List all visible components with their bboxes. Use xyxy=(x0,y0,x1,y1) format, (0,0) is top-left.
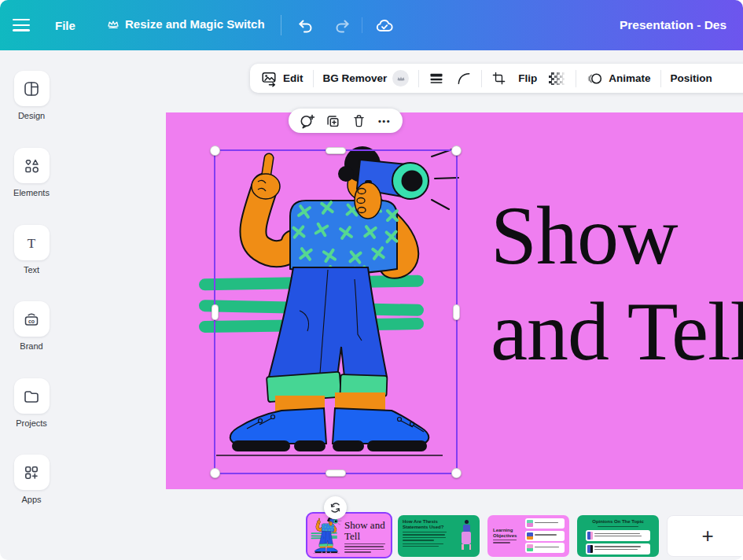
edit-label: Edit xyxy=(283,72,303,84)
position-button[interactable]: Position xyxy=(668,72,715,84)
resize-handle-left[interactable] xyxy=(211,304,219,320)
plus-icon: + xyxy=(701,524,713,548)
sync-rotate-icon[interactable] xyxy=(324,496,347,519)
mini-person xyxy=(460,520,473,553)
file-menu-button[interactable]: File xyxy=(55,19,75,32)
sidebar-item-brand[interactable]: co Brand xyxy=(0,301,63,351)
hamburger-menu-icon[interactable] xyxy=(13,19,30,31)
resize-handle-right[interactable] xyxy=(453,304,460,320)
resize-handle-top-right[interactable] xyxy=(451,146,462,156)
animate-label: Animate xyxy=(609,72,650,84)
crown-icon xyxy=(396,74,406,83)
toolbar-divider xyxy=(481,70,482,87)
mini-list xyxy=(525,518,565,553)
undo-icon[interactable] xyxy=(296,17,315,35)
edit-image-icon xyxy=(260,70,278,87)
resize-magic-switch-button[interactable]: Resize and Magic Switch xyxy=(107,17,265,31)
toolbar-divider xyxy=(660,70,661,87)
topbar-divider xyxy=(281,15,281,35)
headline-line2: and Tell xyxy=(491,284,743,380)
file-label: File xyxy=(55,19,75,32)
svg-text:T: T xyxy=(28,235,36,250)
line-curve-button[interactable] xyxy=(454,71,474,87)
canva-editor-window: File Resize and Magic Switch xyxy=(0,0,743,560)
bg-remover-label: BG Remover xyxy=(323,72,388,84)
slide-thumbnail-4[interactable]: Opinions On The Topic xyxy=(577,515,659,557)
sidebar-item-projects[interactable]: Projects xyxy=(0,378,63,428)
bg-remover-button[interactable]: BG Remover xyxy=(321,70,412,87)
headline-line1: Show xyxy=(491,188,743,284)
crop-icon xyxy=(491,71,506,86)
top-menu-bar: File Resize and Magic Switch xyxy=(0,0,743,50)
sidebar-item-text[interactable]: T Text xyxy=(0,225,63,274)
edit-image-button[interactable]: Edit xyxy=(258,70,306,87)
more-icon[interactable]: ••• xyxy=(377,113,392,129)
cloud-check-icon[interactable] xyxy=(375,17,394,35)
elements-icon xyxy=(22,157,41,175)
resize-handle-bottom[interactable] xyxy=(326,470,346,477)
design-icon xyxy=(22,79,41,98)
slide-thumbnail-3[interactable]: Learning Objectives xyxy=(487,515,569,557)
flip-button[interactable]: Flip xyxy=(516,72,539,84)
flip-label: Flip xyxy=(518,72,537,84)
resize-label: Resize and Magic Switch xyxy=(125,17,265,31)
mini-body-text xyxy=(403,532,448,548)
redo-icon[interactable] xyxy=(333,17,351,35)
toolbar-divider xyxy=(313,70,314,87)
duplicate-icon[interactable] xyxy=(325,113,340,129)
toolbar-divider xyxy=(418,70,419,87)
transparency-button[interactable] xyxy=(546,72,568,85)
stroke-weight-button[interactable] xyxy=(426,71,447,87)
pro-crown-badge xyxy=(392,70,409,87)
design-title[interactable]: Presentation - Des xyxy=(620,18,743,32)
slide-thumbnail-2[interactable]: How Are Thesis Statements Used? xyxy=(398,515,480,557)
curve-icon xyxy=(456,71,472,87)
crown-icon xyxy=(107,18,120,31)
resize-handle-top-left[interactable] xyxy=(210,146,220,156)
text-icon: T xyxy=(22,234,41,252)
add-page-button[interactable]: + xyxy=(667,515,743,557)
sidebar-item-design[interactable]: Design xyxy=(0,71,63,120)
brand-icon: co xyxy=(22,310,41,329)
svg-text:co: co xyxy=(28,318,35,323)
transparency-icon xyxy=(549,72,566,85)
folder-icon xyxy=(22,387,41,406)
comment-plus-icon[interactable] xyxy=(299,113,314,129)
image-toolbar: Edit BG Remover xyxy=(250,64,743,93)
mini-list xyxy=(586,530,650,554)
crop-button[interactable] xyxy=(489,71,509,86)
mini-headline: Show and Tell xyxy=(344,520,391,542)
slide-headline-text[interactable]: Show and Tell xyxy=(491,188,743,380)
design-canvas-page[interactable]: Show and Tell xyxy=(166,112,743,489)
sidebar-item-elements[interactable]: Elements xyxy=(0,148,63,197)
apps-icon xyxy=(22,463,41,482)
sidebar-item-apps[interactable]: Apps xyxy=(0,455,63,504)
mini-body-text xyxy=(493,540,517,545)
animate-button[interactable]: Animate xyxy=(583,70,653,87)
topbar-divider xyxy=(362,17,362,33)
position-label: Position xyxy=(671,72,712,84)
toolbar-divider xyxy=(576,70,576,87)
resize-handle-top[interactable] xyxy=(326,147,346,154)
resize-handle-bottom-left[interactable] xyxy=(210,468,220,478)
resize-handle-bottom-right[interactable] xyxy=(451,468,462,478)
slide-thumbnail-1[interactable]: Show and Tell xyxy=(306,512,392,558)
mini-body-text xyxy=(344,543,385,554)
element-quick-actions: ••• xyxy=(289,109,403,133)
animate-icon xyxy=(586,70,603,87)
trash-icon[interactable] xyxy=(351,113,366,129)
selection-box[interactable] xyxy=(214,149,458,474)
stroke-weight-icon xyxy=(429,71,444,87)
mini-person-illustration xyxy=(309,516,342,556)
